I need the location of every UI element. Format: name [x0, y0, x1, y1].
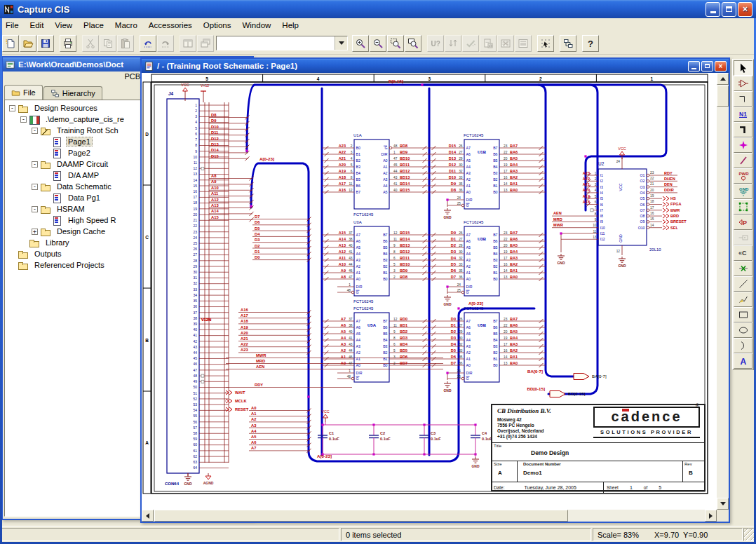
- open-button[interactable]: [20, 35, 36, 52]
- back-annotate-button[interactable]: [445, 35, 461, 52]
- horizontal-scrollbar[interactable]: [142, 510, 717, 522]
- place-hierarchical-block-tool-button[interactable]: [734, 199, 752, 215]
- place-net-alias-tool-button[interactable]: N1: [734, 107, 752, 122]
- schematic-window-title-bar[interactable]: / - (Training Root Schematic : Page1) ×: [142, 59, 729, 73]
- menu-accessories[interactable]: Accessories: [143, 19, 198, 32]
- tab-file[interactable]: File: [4, 85, 43, 100]
- place-ellipse-icon: [738, 325, 749, 336]
- ic-u5a: FCT16245U5AA737A7A638A6A540A5A441A4A343A…: [322, 306, 429, 382]
- horizontal-scroll-thumb[interactable]: [154, 510, 568, 522]
- place-wire-tool-button[interactable]: [734, 91, 752, 107]
- close-button[interactable]: ×: [738, 2, 752, 17]
- place-arc-tool-button[interactable]: [734, 338, 752, 353]
- svg-text:RDY: RDY: [255, 383, 263, 387]
- annotate-button[interactable]: U?: [427, 35, 444, 52]
- svg-text:A: A: [145, 440, 149, 445]
- schematic-canvas[interactable]: 54321DCBAJ4CON64123456789101112131415161…: [142, 73, 717, 510]
- drc-button[interactable]: [462, 35, 479, 52]
- place-part-tool-button[interactable]: [734, 76, 752, 91]
- print-button[interactable]: [60, 35, 76, 52]
- place-port-tool-button[interactable]: P: [734, 215, 752, 230]
- place-rectangle-tool-button[interactable]: [734, 307, 752, 322]
- vertical-scrollbar[interactable]: [717, 73, 729, 510]
- netlist-button[interactable]: db: [480, 35, 497, 52]
- menu-window[interactable]: Window: [236, 19, 276, 32]
- svg-text:A13: A13: [211, 203, 219, 208]
- place-text-tool-button[interactable]: A: [734, 353, 752, 369]
- collapse-icon[interactable]: -: [9, 105, 15, 111]
- menu-help[interactable]: Help: [276, 19, 304, 32]
- menu-macro[interactable]: Macro: [109, 19, 143, 32]
- snap-to-grid-button[interactable]: [537, 35, 554, 52]
- maximize-icon: [726, 6, 732, 12]
- place-no-connect-tool-button[interactable]: [734, 261, 752, 276]
- svg-text:BA0: BA0: [510, 188, 518, 192]
- select-tool-button[interactable]: [734, 60, 752, 76]
- help-button[interactable]: ?: [582, 35, 599, 52]
- svg-text:A12: A12: [211, 198, 219, 202]
- save-button[interactable]: [37, 35, 54, 52]
- ic-u3b: FCT16245U3BD026A7D127A6D229A5D330A4D432A…: [429, 220, 546, 306]
- status-resize-grip[interactable]: [743, 528, 755, 541]
- collapse-icon[interactable]: -: [32, 184, 38, 190]
- place-part-icon: [738, 78, 749, 89]
- child-minimize-button[interactable]: [688, 61, 700, 72]
- svg-text:GND: GND: [471, 464, 480, 468]
- zoom-area-button[interactable]: [387, 35, 404, 52]
- bom-button[interactable]: [515, 35, 532, 52]
- scroll-left-button[interactable]: [142, 510, 154, 522]
- place-polyline-tool-button[interactable]: [734, 292, 752, 307]
- collapse-icon[interactable]: -: [32, 161, 38, 168]
- tab-hierarchy[interactable]: Hierarchy: [43, 86, 102, 100]
- place-line-tool-button[interactable]: [734, 276, 752, 292]
- minimize-button[interactable]: [706, 2, 720, 17]
- menu-edit[interactable]: Edit: [25, 19, 50, 32]
- scroll-down-button[interactable]: [717, 498, 729, 510]
- menu-options[interactable]: Options: [198, 19, 237, 32]
- menu-view[interactable]: View: [49, 19, 78, 32]
- collapse-icon[interactable]: -: [20, 116, 27, 123]
- window-split-button[interactable]: [180, 35, 196, 52]
- place-ground-tool-button[interactable]: GND: [734, 184, 752, 199]
- place-pin-tool-button[interactable]: [734, 230, 752, 245]
- place-ellipse-tool-button[interactable]: [734, 322, 752, 338]
- vertical-scroll-thumb[interactable]: [717, 86, 729, 107]
- folder-icon: [41, 227, 52, 236]
- zoom-all-button[interactable]: [405, 35, 421, 52]
- paste-button[interactable]: [117, 35, 134, 52]
- undo-button[interactable]: [140, 35, 156, 52]
- zoom-out-button[interactable]: [370, 35, 386, 52]
- cut-button[interactable]: [82, 35, 99, 52]
- window-cascade-button[interactable]: [197, 35, 214, 52]
- svg-text:37: 37: [349, 231, 353, 235]
- expand-icon[interactable]: +: [32, 229, 38, 235]
- child-close-button[interactable]: ×: [715, 61, 727, 72]
- part-search-combobox[interactable]: [216, 36, 348, 50]
- collapse-icon[interactable]: -: [32, 206, 38, 212]
- svg-text:A4: A4: [466, 338, 471, 342]
- collapse-icon[interactable]: -: [32, 128, 38, 134]
- svg-text:BD13: BD13: [400, 243, 410, 247]
- zoom-in-button[interactable]: [352, 35, 369, 52]
- svg-text:46: 46: [194, 362, 198, 366]
- place-junction-tool-button[interactable]: [734, 137, 752, 153]
- copy-button[interactable]: [100, 35, 116, 52]
- schematic-window[interactable]: / - (Training Root Schematic : Page1) × …: [140, 57, 730, 523]
- app-title-bar[interactable]: Capture CIS ×: [0, 0, 756, 18]
- place-bus-tool-button[interactable]: [734, 122, 752, 137]
- menu-place[interactable]: Place: [78, 19, 109, 32]
- place-power-tool-button[interactable]: PWR: [734, 168, 752, 184]
- scroll-up-button[interactable]: [717, 73, 729, 85]
- scroll-right-button[interactable]: [705, 510, 717, 522]
- cross-reference-button[interactable]: [497, 35, 514, 52]
- combobox-dropdown-button[interactable]: [335, 36, 347, 50]
- redo-button[interactable]: [157, 35, 174, 52]
- menu-file[interactable]: File: [0, 19, 25, 32]
- place-off-page-connector-tool-button[interactable]: «C: [734, 245, 752, 261]
- place-bus-entry-tool-button[interactable]: [734, 153, 752, 168]
- child-restore-button[interactable]: [701, 61, 713, 72]
- maximize-button[interactable]: [722, 2, 736, 17]
- window-resize-grip[interactable]: [717, 510, 729, 522]
- new-button[interactable]: [2, 35, 19, 52]
- hierarchy-button[interactable]: [560, 35, 576, 52]
